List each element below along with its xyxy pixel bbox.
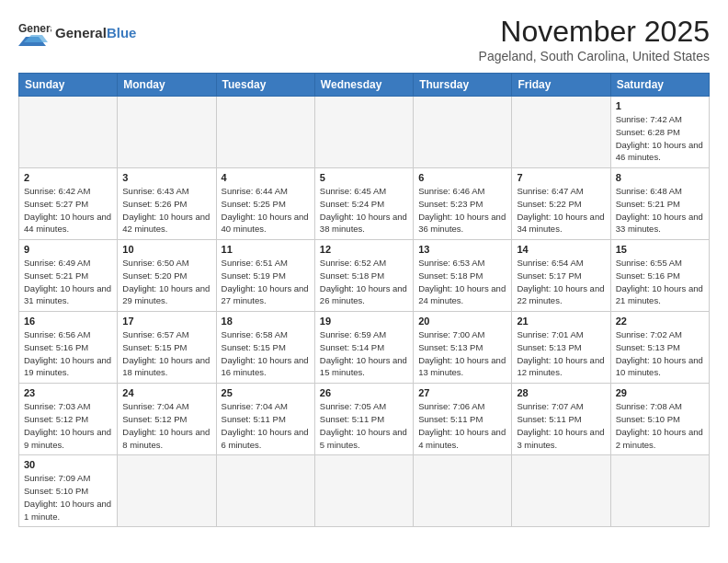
- month-title: November 2025: [479, 15, 710, 49]
- day-number: 6: [418, 172, 506, 183]
- day-info: Sunrise: 7:00 AM Sunset: 5:13 PM Dayligh…: [418, 328, 506, 379]
- day-number: 9: [24, 244, 112, 255]
- day-info: Sunrise: 6:56 AM Sunset: 5:16 PM Dayligh…: [24, 328, 112, 379]
- day-number: 5: [320, 172, 408, 183]
- day-info: Sunrise: 6:52 AM Sunset: 5:18 PM Dayligh…: [320, 257, 408, 307]
- day-info: Sunrise: 7:02 AM Sunset: 5:13 PM Dayligh…: [616, 328, 704, 379]
- calendar-cell: 28Sunrise: 7:07 AM Sunset: 5:11 PM Dayli…: [512, 384, 610, 455]
- calendar-week-row: 23Sunrise: 7:03 AM Sunset: 5:12 PM Dayli…: [19, 384, 710, 455]
- day-number: 23: [24, 387, 112, 398]
- day-number: 22: [616, 316, 704, 327]
- calendar-cell: 18Sunrise: 6:58 AM Sunset: 5:15 PM Dayli…: [216, 312, 314, 384]
- logo: General GeneralBlue: [18, 20, 136, 46]
- location-title: Pageland, South Carolina, United States: [479, 49, 710, 63]
- weekday-header-row: SundayMondayTuesdayWednesdayThursdayFrid…: [19, 74, 710, 97]
- day-info: Sunrise: 7:07 AM Sunset: 5:11 PM Dayligh…: [517, 400, 605, 451]
- calendar-cell: [314, 97, 413, 168]
- calendar-cell: 17Sunrise: 6:57 AM Sunset: 5:15 PM Dayli…: [118, 312, 216, 384]
- day-info: Sunrise: 7:42 AM Sunset: 6:28 PM Dayligh…: [616, 113, 704, 164]
- calendar-cell: [512, 97, 610, 168]
- calendar-cell: 30Sunrise: 7:09 AM Sunset: 5:10 PM Dayli…: [19, 455, 118, 527]
- day-info: Sunrise: 7:04 AM Sunset: 5:11 PM Dayligh…: [222, 400, 310, 451]
- day-info: Sunrise: 6:49 AM Sunset: 5:21 PM Dayligh…: [24, 257, 112, 307]
- day-number: 7: [517, 172, 605, 183]
- generalblue-logo-icon: General: [18, 20, 51, 46]
- weekday-header-tuesday: Tuesday: [216, 74, 314, 97]
- day-number: 18: [222, 316, 310, 327]
- day-info: Sunrise: 7:05 AM Sunset: 5:11 PM Dayligh…: [320, 400, 408, 451]
- day-info: Sunrise: 7:06 AM Sunset: 5:11 PM Dayligh…: [418, 400, 506, 451]
- day-number: 15: [616, 244, 704, 255]
- day-number: 19: [320, 316, 408, 327]
- day-info: Sunrise: 6:45 AM Sunset: 5:24 PM Dayligh…: [320, 185, 408, 236]
- calendar-cell: 25Sunrise: 7:04 AM Sunset: 5:11 PM Dayli…: [216, 384, 314, 455]
- day-number: 8: [616, 172, 704, 183]
- calendar-cell: 23Sunrise: 7:03 AM Sunset: 5:12 PM Dayli…: [19, 384, 118, 455]
- day-info: Sunrise: 6:55 AM Sunset: 5:16 PM Dayligh…: [616, 257, 704, 307]
- day-number: 2: [24, 172, 112, 183]
- day-info: Sunrise: 6:43 AM Sunset: 5:26 PM Dayligh…: [122, 185, 210, 236]
- day-number: 14: [517, 244, 605, 255]
- calendar-cell: 16Sunrise: 6:56 AM Sunset: 5:16 PM Dayli…: [19, 312, 118, 384]
- day-number: 11: [222, 244, 310, 255]
- day-number: 10: [122, 244, 210, 255]
- calendar-cell: [414, 97, 512, 168]
- calendar-cell: 7Sunrise: 6:47 AM Sunset: 5:22 PM Daylig…: [512, 168, 610, 240]
- day-number: 24: [122, 387, 210, 398]
- calendar-cell: 14Sunrise: 6:54 AM Sunset: 5:17 PM Dayli…: [512, 240, 610, 312]
- calendar-cell: 24Sunrise: 7:04 AM Sunset: 5:12 PM Dayli…: [118, 384, 216, 455]
- calendar-cell: [118, 97, 216, 168]
- day-number: 13: [418, 244, 506, 255]
- calendar-cell: [216, 97, 314, 168]
- calendar-cell: 10Sunrise: 6:50 AM Sunset: 5:20 PM Dayli…: [118, 240, 216, 312]
- day-number: 1: [616, 100, 704, 111]
- day-info: Sunrise: 6:59 AM Sunset: 5:14 PM Dayligh…: [320, 328, 408, 379]
- day-info: Sunrise: 6:44 AM Sunset: 5:25 PM Dayligh…: [222, 185, 310, 236]
- day-info: Sunrise: 7:09 AM Sunset: 5:10 PM Dayligh…: [24, 472, 112, 523]
- day-number: 26: [320, 387, 408, 398]
- weekday-header-friday: Friday: [512, 74, 610, 97]
- weekday-header-saturday: Saturday: [610, 74, 709, 97]
- day-info: Sunrise: 6:51 AM Sunset: 5:19 PM Dayligh…: [222, 257, 310, 307]
- day-number: 28: [517, 387, 605, 398]
- day-info: Sunrise: 6:50 AM Sunset: 5:20 PM Dayligh…: [122, 257, 210, 307]
- calendar-cell: 26Sunrise: 7:05 AM Sunset: 5:11 PM Dayli…: [314, 384, 413, 455]
- day-number: 29: [616, 387, 704, 398]
- calendar-cell: [19, 97, 118, 168]
- day-number: 17: [122, 316, 210, 327]
- day-number: 12: [320, 244, 408, 255]
- calendar-cell: 9Sunrise: 6:49 AM Sunset: 5:21 PM Daylig…: [19, 240, 118, 312]
- day-info: Sunrise: 7:01 AM Sunset: 5:13 PM Dayligh…: [517, 328, 605, 379]
- header: General GeneralBlue November 2025 Pagela…: [18, 15, 710, 63]
- calendar-week-row: 2Sunrise: 6:42 AM Sunset: 5:27 PM Daylig…: [19, 168, 710, 240]
- day-info: Sunrise: 6:47 AM Sunset: 5:22 PM Dayligh…: [517, 185, 605, 236]
- calendar-cell: [512, 455, 610, 527]
- weekday-header-monday: Monday: [118, 74, 216, 97]
- day-info: Sunrise: 6:53 AM Sunset: 5:18 PM Dayligh…: [418, 257, 506, 307]
- calendar-cell: 27Sunrise: 7:06 AM Sunset: 5:11 PM Dayli…: [414, 384, 512, 455]
- calendar-cell: [216, 455, 314, 527]
- day-number: 4: [222, 172, 310, 183]
- calendar-cell: [610, 455, 709, 527]
- day-number: 25: [222, 387, 310, 398]
- day-info: Sunrise: 6:48 AM Sunset: 5:21 PM Dayligh…: [616, 185, 704, 236]
- day-number: 21: [517, 316, 605, 327]
- calendar-cell: 1Sunrise: 7:42 AM Sunset: 6:28 PM Daylig…: [610, 97, 709, 168]
- calendar-cell: [118, 455, 216, 527]
- calendar-cell: 29Sunrise: 7:08 AM Sunset: 5:10 PM Dayli…: [610, 384, 709, 455]
- calendar-table: SundayMondayTuesdayWednesdayThursdayFrid…: [18, 73, 710, 527]
- calendar-cell: [314, 455, 413, 527]
- calendar-cell: 6Sunrise: 6:46 AM Sunset: 5:23 PM Daylig…: [414, 168, 512, 240]
- calendar-cell: 3Sunrise: 6:43 AM Sunset: 5:26 PM Daylig…: [118, 168, 216, 240]
- calendar-cell: 19Sunrise: 6:59 AM Sunset: 5:14 PM Dayli…: [314, 312, 413, 384]
- weekday-header-thursday: Thursday: [414, 74, 512, 97]
- day-number: 30: [24, 459, 112, 470]
- calendar-cell: 2Sunrise: 6:42 AM Sunset: 5:27 PM Daylig…: [19, 168, 118, 240]
- weekday-header-wednesday: Wednesday: [314, 74, 413, 97]
- calendar-cell: 21Sunrise: 7:01 AM Sunset: 5:13 PM Dayli…: [512, 312, 610, 384]
- calendar-cell: 12Sunrise: 6:52 AM Sunset: 5:18 PM Dayli…: [314, 240, 413, 312]
- day-info: Sunrise: 6:58 AM Sunset: 5:15 PM Dayligh…: [222, 328, 310, 379]
- calendar-cell: 11Sunrise: 6:51 AM Sunset: 5:19 PM Dayli…: [216, 240, 314, 312]
- calendar-week-row: 9Sunrise: 6:49 AM Sunset: 5:21 PM Daylig…: [19, 240, 710, 312]
- day-info: Sunrise: 7:04 AM Sunset: 5:12 PM Dayligh…: [122, 400, 210, 451]
